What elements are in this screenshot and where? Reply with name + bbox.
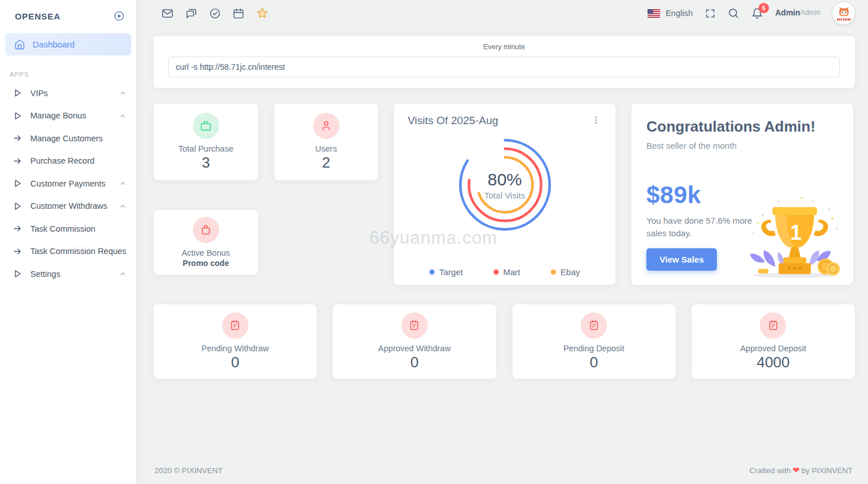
user-icon: [313, 113, 340, 139]
sidebar-item-dashboard[interactable]: Dashboard: [5, 33, 131, 55]
stat-label: Pending Withdraw: [202, 344, 269, 353]
chevron-up-icon: [119, 203, 127, 210]
play-icon: [12, 201, 23, 211]
svg-text:1: 1: [790, 221, 802, 244]
chart-title: Visits Of 2025-Aug: [408, 114, 498, 127]
avatar-caption: [837, 18, 851, 21]
sidebar-toggle-icon[interactable]: [113, 10, 125, 22]
user-name: Admin: [775, 8, 800, 18]
arc-target: [460, 140, 550, 229]
arrow-right-icon: [12, 133, 23, 143]
legend-dot: [551, 269, 556, 275]
calendar-note-icon: [760, 312, 786, 339]
legend-item-ebay: Ebay: [551, 267, 580, 277]
legend-dot: [494, 269, 499, 275]
navbar-shortcut-icons: [153, 7, 269, 19]
more-vertical-icon[interactable]: [590, 114, 602, 126]
congrats-subtitle: Best seller of the month: [646, 141, 838, 150]
sidebar-item-customer-withdraws[interactable]: Customer Withdraws: [0, 195, 136, 218]
shopping-bag-icon: [193, 217, 219, 243]
trophy-illustration: 1: [745, 193, 844, 279]
sidebar-item-vips[interactable]: VIPs: [0, 82, 136, 105]
sidebar-item-manage-bonus[interactable]: Manage Bonus: [0, 105, 136, 128]
notifications-bell[interactable]: 5: [751, 7, 763, 19]
chart-legend: Target Mart Ebay: [408, 267, 602, 277]
stat-value: 0: [590, 354, 598, 371]
calendar-icon[interactable]: [232, 7, 244, 19]
chevron-up-icon: [119, 180, 127, 187]
sidebar-item-manage-customers[interactable]: Manage Customers: [0, 127, 136, 150]
view-sales-button[interactable]: View Sales: [646, 248, 717, 271]
stat-label: Active Bonus: [182, 248, 230, 257]
search-icon[interactable]: [728, 7, 739, 19]
sidebar-item-purchase-record[interactable]: Purchase Record: [0, 150, 136, 173]
calendar-note-icon: [401, 312, 428, 339]
fullscreen-icon[interactable]: [705, 8, 716, 19]
legend-dot: [429, 269, 435, 275]
arrow-right-icon: [12, 224, 23, 233]
sidebar-item-label: Dashboard: [33, 39, 74, 49]
calendar-note-icon: [581, 312, 607, 339]
main-content: English 5 Admin Admin: [136, 0, 868, 484]
sidebar-item-settings[interactable]: Settings: [0, 263, 136, 285]
arrow-right-icon: [12, 156, 23, 166]
avatar[interactable]: [833, 2, 855, 25]
stat-label: Approved Withdraw: [378, 344, 451, 353]
radial-bar-chart: 80% Total Visits: [448, 132, 562, 238]
stat-value: 0: [231, 354, 239, 371]
stat-label: Pending Deposit: [563, 344, 624, 353]
users-card: Users 2: [274, 104, 378, 180]
stat-value: 2: [322, 154, 330, 172]
cat-logo-icon: [838, 6, 850, 17]
dashboard-grid: Total Purchase 3 Users 2 Visits Of 2025-…: [153, 104, 855, 285]
play-icon: [12, 178, 23, 188]
congrats-title: Congratulations Admin!: [646, 118, 838, 136]
visits-chart-card: Visits Of 2025-Aug 80%: [394, 104, 616, 285]
play-icon: [12, 269, 23, 279]
stat-value: 3: [202, 154, 210, 172]
chat-icon[interactable]: [185, 7, 198, 19]
arc-ebay: [478, 157, 532, 212]
stat-label: Users: [315, 144, 337, 153]
heart-icon: ❤: [792, 465, 800, 475]
play-icon: [12, 111, 23, 121]
arrow-right-icon: [12, 247, 23, 256]
home-icon: [14, 39, 25, 50]
calendar-note-icon: [222, 312, 248, 339]
pending-withdraw-card: Pending Withdraw 0: [153, 304, 317, 379]
language-switcher[interactable]: English: [648, 9, 693, 18]
navbar-right: English 5 Admin Admin: [648, 2, 855, 25]
cron-command-input[interactable]: [168, 57, 840, 77]
stat-label: Total Purchase: [179, 144, 234, 153]
mail-icon[interactable]: [161, 7, 173, 19]
stat-label: Approved Deposit: [740, 344, 806, 353]
user-role: Admin: [800, 9, 820, 18]
pending-deposit-card: Pending Deposit 0: [512, 304, 676, 379]
legend-item-target: Target: [429, 267, 463, 277]
copyright: 2020 © PIXINVENT: [155, 466, 223, 475]
cron-schedule-label: Every minute: [168, 43, 840, 51]
arc-mart: [469, 149, 541, 221]
legend-item-mart: Mart: [494, 267, 520, 277]
sidebar-item-task-commission-request[interactable]: Task Commission Request: [0, 240, 136, 263]
stat-value: Promo code: [183, 259, 229, 268]
language-label: English: [665, 9, 693, 18]
active-bonus-card: Active Bonus Promo code: [153, 210, 258, 275]
check-circle-icon[interactable]: [209, 7, 221, 19]
star-icon[interactable]: [256, 7, 269, 19]
briefcase-icon: [193, 113, 219, 139]
approved-withdraw-card: Approved Withdraw 0: [333, 304, 496, 379]
app-root: OPENSEA Dashboard APPS VIPs Manag: [0, 0, 868, 484]
user-menu[interactable]: Admin Admin: [775, 8, 820, 18]
top-navbar: English 5 Admin Admin: [153, 0, 855, 26]
crafted-by: Crafted with❤by PIXINVENT: [749, 465, 853, 475]
sidebar-item-customer-payments[interactable]: Customer Payments: [0, 172, 136, 195]
congratulations-card: Congratulations Admin! Best seller of th…: [632, 104, 853, 285]
brand-name: OPENSEA: [15, 11, 61, 21]
footer: 2020 © PIXINVENT Crafted with❤by PIXINVE…: [153, 457, 855, 484]
chevron-up-icon: [119, 89, 127, 97]
play-icon: [12, 88, 23, 98]
sidebar-item-task-commission[interactable]: Task Commission: [0, 217, 136, 240]
notification-badge: 5: [759, 3, 769, 13]
approved-deposit-card: Approved Deposit 4000: [692, 304, 855, 379]
